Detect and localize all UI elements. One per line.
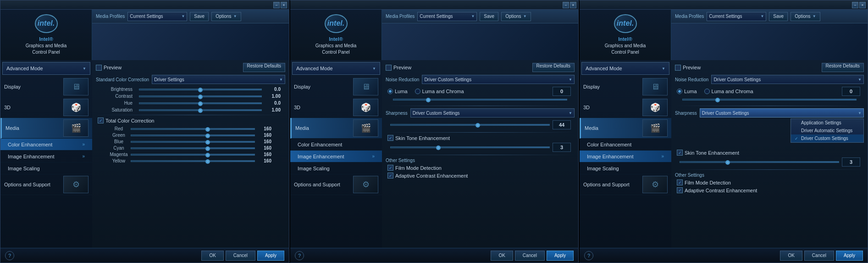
driver-custom-option-3[interactable]: ✓ Driver Custom Settings	[791, 134, 863, 142]
nav-display-2[interactable]: Display 🖥	[290, 77, 382, 97]
cyan-thumb-1[interactable]	[205, 146, 210, 151]
nav-color-3[interactable]: Color Enhancement	[580, 139, 671, 151]
nav-scaling-1[interactable]: Image Scaling	[0, 162, 92, 174]
hue-thumb-1[interactable]	[198, 101, 203, 106]
cancel-btn-3[interactable]: Cancel	[804, 251, 834, 261]
magenta-thumb-1[interactable]	[205, 153, 210, 157]
noise-reduction-dropdown-3[interactable]: Driver Custom Settings ▼	[711, 75, 864, 84]
nav-3d-2[interactable]: 3D 🎲	[290, 97, 382, 118]
total-color-checkbox-1[interactable]	[98, 118, 104, 123]
nav-display-3[interactable]: Display 🖥	[580, 77, 671, 97]
luma-radio-btn-2[interactable]	[387, 89, 393, 94]
preview-checkbox-3[interactable]	[675, 65, 681, 71]
luma-radio-3[interactable]: Luma	[677, 89, 697, 94]
contrast-thumb-1[interactable]	[198, 95, 203, 99]
nav-scaling-2[interactable]: Image Scaling	[290, 162, 382, 174]
nav-options-2[interactable]: Options and Support ⚙	[290, 174, 382, 195]
luma-chroma-radio-btn-3[interactable]	[704, 89, 710, 94]
driver-settings-dropdown-1[interactable]: Driver Settings ▼	[152, 75, 285, 84]
restore-btn-2[interactable]: Restore Defaults	[532, 63, 575, 72]
preview-checkbox-1[interactable]	[96, 65, 102, 71]
luma-track-2[interactable]	[393, 99, 567, 101]
sharpness-track-2[interactable]	[390, 124, 550, 126]
film-mode-checkbox-2[interactable]	[387, 165, 393, 171]
save-btn-1[interactable]: Save	[190, 12, 209, 21]
film-mode-checkbox-3[interactable]	[677, 179, 683, 185]
current-settings-dropdown-1[interactable]: Current Settings ▼	[127, 12, 187, 21]
ok-btn-3[interactable]: OK	[780, 251, 802, 261]
apply-btn-2[interactable]: Apply	[547, 251, 574, 261]
blue-track-1[interactable]	[131, 141, 255, 143]
cancel-btn-1[interactable]: Cancel	[226, 251, 255, 261]
sharpness-thumb-2[interactable]	[475, 123, 480, 128]
current-settings-dropdown-3[interactable]: Current Settings ▼	[707, 12, 766, 21]
help-btn-1[interactable]: ?	[5, 251, 14, 260]
options-btn-3[interactable]: Options ▼	[791, 12, 820, 21]
ok-btn-1[interactable]: OK	[201, 251, 223, 261]
driver-auto-option-3[interactable]: Driver Automatic Settings	[791, 127, 863, 134]
nav-options-3[interactable]: Options and Support ⚙	[580, 174, 671, 195]
nav-media-3[interactable]: Media 🎬	[580, 118, 671, 139]
saturation-track-1[interactable]	[139, 109, 262, 111]
mode-selector-1[interactable]: Advanced Mode ▼	[2, 62, 90, 75]
help-btn-3[interactable]: ?	[584, 251, 593, 260]
hue-track-1[interactable]	[139, 102, 262, 104]
restore-btn-1[interactable]: Restore Defaults	[243, 63, 285, 72]
mode-selector-3[interactable]: Advanced Mode ▼	[581, 62, 669, 75]
ok-btn-2[interactable]: OK	[491, 251, 513, 261]
close-btn-3[interactable]: ×	[859, 2, 866, 8]
cancel-btn-2[interactable]: Cancel	[515, 251, 545, 261]
close-btn-2[interactable]: ×	[570, 2, 576, 8]
nav-color-1[interactable]: Color Enhancement »	[0, 139, 92, 151]
apply-btn-1[interactable]: Apply	[257, 251, 284, 261]
nav-media-2[interactable]: Media 🎬	[290, 118, 382, 139]
options-btn-1[interactable]: Options ▼	[211, 12, 241, 21]
skin-tone-thumb-3[interactable]	[725, 160, 730, 165]
nav-3d-3[interactable]: 3D 🎲	[580, 97, 671, 118]
cyan-track-1[interactable]	[131, 147, 255, 149]
app-settings-option-3[interactable]: Application Settings	[791, 119, 863, 127]
red-thumb-1[interactable]	[205, 127, 210, 132]
brightness-thumb-1[interactable]	[198, 88, 203, 92]
restore-btn-3[interactable]: Restore Defaults	[822, 63, 864, 72]
luma-radio-btn-3[interactable]	[677, 89, 682, 94]
luma-chroma-radio-3[interactable]: Luma and Chroma	[704, 89, 753, 94]
save-btn-3[interactable]: Save	[769, 12, 788, 21]
nav-3d-1[interactable]: 3D 🎲	[0, 97, 92, 118]
yellow-track-1[interactable]	[131, 160, 255, 162]
skin-tone-track-2[interactable]	[390, 146, 550, 148]
luma-thumb-2[interactable]	[426, 98, 431, 102]
magenta-track-1[interactable]	[131, 154, 255, 156]
sharpness-dropdown-2[interactable]: Driver Custom Settings ▼	[410, 108, 575, 118]
preview-checkbox-2[interactable]	[386, 65, 392, 71]
luma-chroma-radio-btn-2[interactable]	[415, 89, 420, 94]
nav-color-2[interactable]: Color Enhancement	[290, 139, 382, 151]
yellow-thumb-1[interactable]	[205, 159, 210, 164]
skin-tone-track-3[interactable]	[680, 161, 839, 163]
green-track-1[interactable]	[131, 134, 255, 136]
luma-track-3[interactable]	[682, 99, 857, 101]
green-thumb-1[interactable]	[205, 134, 210, 138]
sharpness-dropdown-3[interactable]: Driver Custom Settings ▼	[700, 108, 864, 118]
skin-tone-thumb-2[interactable]	[436, 145, 441, 150]
mode-selector-2[interactable]: Advanced Mode ▼	[292, 62, 380, 75]
save-btn-2[interactable]: Save	[480, 12, 498, 21]
adaptive-contrast-checkbox-3[interactable]	[677, 187, 683, 193]
luma-chroma-radio-2[interactable]: Luma and Chroma	[415, 89, 464, 94]
luma-thumb-3[interactable]	[715, 98, 720, 102]
nav-media-1[interactable]: Media 🎬	[0, 118, 92, 139]
options-btn-2[interactable]: Options ▼	[501, 12, 531, 21]
brightness-track-1[interactable]	[139, 89, 262, 90]
blue-thumb-1[interactable]	[205, 140, 210, 145]
skin-tone-checkbox-3[interactable]	[677, 150, 683, 156]
nav-options-1[interactable]: Options and Support ⚙	[0, 174, 92, 195]
adaptive-contrast-checkbox-2[interactable]	[387, 173, 393, 179]
red-track-1[interactable]	[131, 128, 255, 130]
nav-image-1[interactable]: Image Enhancement »	[0, 151, 92, 162]
contrast-track-1[interactable]	[139, 95, 262, 97]
nav-image-3[interactable]: Image Enhancement »	[580, 151, 671, 162]
nav-image-2[interactable]: Image Enhancement »	[290, 151, 382, 162]
close-btn-1[interactable]: ×	[281, 2, 287, 8]
noise-reduction-dropdown-2[interactable]: Driver Custom Settings ▼	[422, 75, 575, 84]
minimize-btn-1[interactable]: −	[273, 2, 280, 8]
